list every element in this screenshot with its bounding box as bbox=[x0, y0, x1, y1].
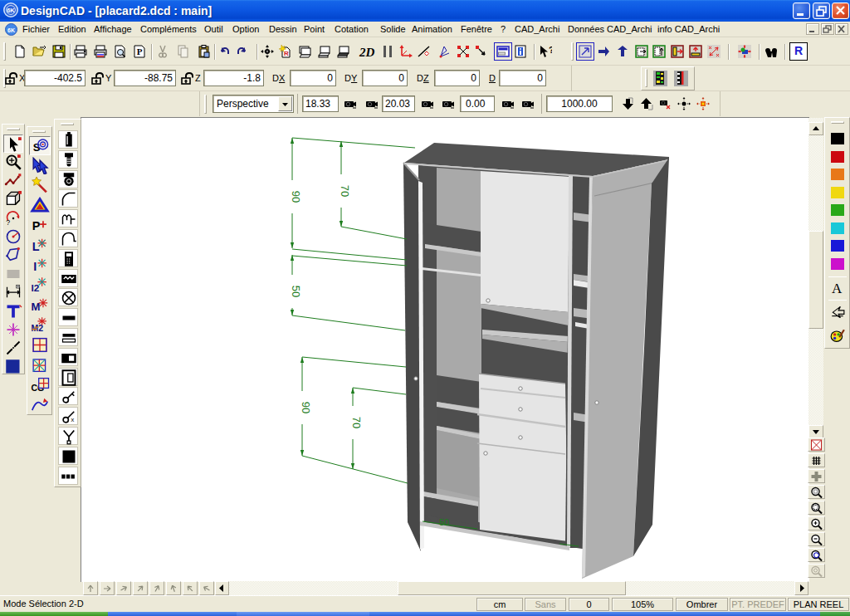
svg-text:P: P bbox=[137, 46, 143, 56]
svg-text:I2: I2 bbox=[32, 282, 40, 294]
svg-text:R: R bbox=[284, 50, 289, 57]
svg-text:90: 90 bbox=[300, 402, 312, 413]
svg-text:50: 50 bbox=[290, 286, 302, 297]
svg-text:P: P bbox=[32, 219, 41, 232]
svg-text:70: 70 bbox=[350, 417, 363, 428]
svg-text:x: x bbox=[71, 416, 75, 423]
svg-text:70: 70 bbox=[339, 185, 351, 197]
svg-text:6K: 6K bbox=[7, 7, 15, 14]
svg-text:L: L bbox=[32, 240, 40, 253]
svg-text:6K: 6K bbox=[7, 27, 15, 33]
svg-text:90: 90 bbox=[290, 191, 302, 203]
svg-text:?: ? bbox=[549, 45, 552, 55]
svg-text:I: I bbox=[33, 260, 37, 273]
svg-text:50: 50 bbox=[439, 517, 449, 527]
svg-text:?: ? bbox=[6, 218, 10, 226]
